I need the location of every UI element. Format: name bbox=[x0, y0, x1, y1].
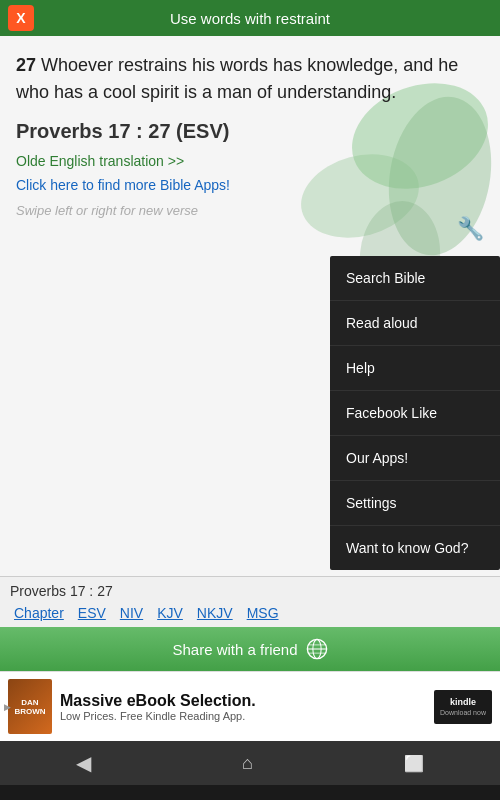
share-label: Share with a friend bbox=[172, 641, 297, 658]
home-button[interactable]: ⌂ bbox=[222, 745, 273, 782]
ad-book-thumbnail: DANBROWN bbox=[8, 679, 52, 734]
tab-niv[interactable]: NIV bbox=[116, 603, 147, 623]
download-now-label: Download now bbox=[440, 709, 486, 716]
back-button[interactable]: ◀ bbox=[56, 743, 111, 783]
menu-item-read-aloud[interactable]: Read aloud bbox=[330, 301, 500, 346]
ad-banner[interactable]: ▶ DANBROWN Massive eBook Selection. Low … bbox=[0, 671, 500, 741]
verse-bar-reference: Proverbs 17 : 27 bbox=[10, 583, 490, 599]
menu-item-know-god[interactable]: Want to know God? bbox=[330, 526, 500, 570]
share-button[interactable]: Share with a friend bbox=[0, 627, 500, 671]
nav-bar: ◀ ⌂ ⬜ bbox=[0, 741, 500, 785]
ad-arrow-icon: ▶ bbox=[0, 700, 14, 714]
wrench-icon[interactable]: 🔧 bbox=[457, 216, 484, 242]
globe-icon bbox=[306, 638, 328, 660]
ad-headline: Massive eBook Selection. bbox=[60, 692, 426, 710]
menu-item-settings[interactable]: Settings bbox=[330, 481, 500, 526]
version-tabs: Chapter ESV NIV KJV NKJV MSG bbox=[10, 603, 490, 623]
kindle-label: kindle bbox=[450, 697, 476, 707]
page-title: Use words with restraint bbox=[170, 10, 330, 27]
kindle-badge[interactable]: kindle Download now bbox=[434, 690, 492, 724]
tab-kjv[interactable]: KJV bbox=[153, 603, 187, 623]
verse-body: Whoever restrains his words has knowledg… bbox=[16, 55, 458, 102]
verse-text: 27 Whoever restrains his words has knowl… bbox=[16, 52, 484, 106]
swipe-hint: Swipe left or right for new verse bbox=[16, 203, 198, 218]
ad-subtext: Low Prices. Free Kindle Reading App. bbox=[60, 710, 426, 722]
tab-nkjv[interactable]: NKJV bbox=[193, 603, 237, 623]
app-icon[interactable]: X bbox=[8, 5, 34, 31]
menu-item-our-apps[interactable]: Our Apps! bbox=[330, 436, 500, 481]
ad-text-block: Massive eBook Selection. Low Prices. Fre… bbox=[60, 692, 426, 722]
dropdown-menu: Search Bible Read aloud Help Facebook Li… bbox=[330, 256, 500, 570]
menu-item-help[interactable]: Help bbox=[330, 346, 500, 391]
tab-chapter[interactable]: Chapter bbox=[10, 603, 68, 623]
title-bar: X Use words with restraint bbox=[0, 0, 500, 36]
main-content: 27 Whoever restrains his words has knowl… bbox=[0, 36, 500, 576]
tab-esv[interactable]: ESV bbox=[74, 603, 110, 623]
verse-number: 27 bbox=[16, 55, 36, 75]
app-icon-label: X bbox=[16, 10, 25, 26]
tab-msg[interactable]: MSG bbox=[243, 603, 283, 623]
verse-bar: Proverbs 17 : 27 Chapter ESV NIV KJV NKJ… bbox=[0, 576, 500, 627]
menu-item-facebook-like[interactable]: Facebook Like bbox=[330, 391, 500, 436]
recent-apps-button[interactable]: ⬜ bbox=[384, 746, 444, 781]
menu-item-search-bible[interactable]: Search Bible bbox=[330, 256, 500, 301]
